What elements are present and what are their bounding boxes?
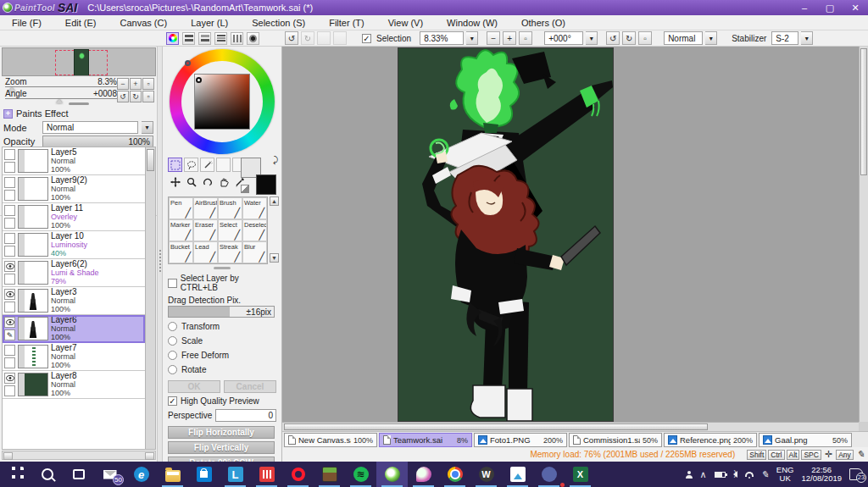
action-center-icon[interactable]: 23 xyxy=(849,468,863,480)
hand-tool[interactable] xyxy=(216,174,231,189)
layer-row[interactable]: ✎ Layer6(2) Lumi & Shade 79% xyxy=(3,259,145,287)
taskbar-app-icon[interactable] xyxy=(282,462,314,487)
rotate-cw-button[interactable]: ↻ xyxy=(622,31,636,45)
brush-slot[interactable]: Bucket ╱ xyxy=(169,241,193,263)
blend-mode-dropdown-icon[interactable]: ▾ xyxy=(705,31,717,45)
layer-row[interactable]: ✎ Layer9(2) Normal 100% xyxy=(3,175,145,203)
battery-icon[interactable] xyxy=(715,472,726,478)
wifi-icon[interactable] xyxy=(745,472,754,477)
drag-detection-slider[interactable]: ±16pix xyxy=(168,306,275,318)
lasso-tool[interactable] xyxy=(184,158,198,172)
ok-button[interactable]: OK xyxy=(168,380,220,393)
cancel-button[interactable]: Cancel xyxy=(224,380,276,393)
taskbar-app-icon[interactable] xyxy=(157,462,188,487)
document-tab[interactable]: Teamwork.sai 8% xyxy=(379,433,472,447)
brush-slot[interactable]: AirBrush ╱ xyxy=(193,197,218,219)
taskbar-app-icon[interactable] xyxy=(0,462,31,487)
brush-slot[interactable]: Deselect ╱ xyxy=(242,219,267,241)
maximize-button[interactable]: ▢ xyxy=(817,0,843,15)
layer-list-scrollbar[interactable] xyxy=(145,147,155,449)
language-indicator[interactable]: ENG UK xyxy=(776,466,794,483)
panel-layout-toggle-1[interactable] xyxy=(182,32,195,45)
transform-action-button[interactable]: Flip Vertically xyxy=(168,441,275,454)
layer-paint-checkbox[interactable]: ✎ xyxy=(4,274,15,285)
select-layer-checkbox[interactable] xyxy=(168,279,177,288)
document-tab[interactable]: Commission1.sai 50% xyxy=(569,433,662,447)
brush-slot[interactable]: Select ╱ xyxy=(218,219,242,241)
stabilizer-select[interactable]: S-2 xyxy=(771,31,798,45)
layer-paint-checkbox[interactable]: ✎ xyxy=(4,246,15,257)
pen-settings-icon[interactable]: ✎ xyxy=(761,469,769,480)
layer-row[interactable]: ✎ Layer 11 Overley 100% xyxy=(3,203,145,231)
clock[interactable]: 22:56 12/08/2019 xyxy=(801,466,842,483)
nav-zoom-out-button[interactable]: − xyxy=(117,78,129,90)
brush-slot[interactable]: Eraser ╱ xyxy=(193,219,218,241)
layer-paint-checkbox[interactable]: ✎ xyxy=(4,329,15,340)
sv-selector-dot[interactable] xyxy=(196,77,202,83)
blend-mode-select[interactable]: Normal xyxy=(664,31,703,45)
zoom-reset-button[interactable]: ▫ xyxy=(519,31,532,45)
layer-visibility-checkbox[interactable] xyxy=(4,289,15,300)
navigator-preview[interactable] xyxy=(2,47,156,76)
brush-scroll-down-button[interactable]: ▼ xyxy=(270,253,279,263)
rotate-canvas-tool[interactable] xyxy=(200,174,214,189)
taskbar-app-icon[interactable] xyxy=(345,462,376,487)
zoom-in-button[interactable]: + xyxy=(503,31,516,45)
move-tool[interactable] xyxy=(168,174,182,189)
layer-mode-dropdown-icon[interactable]: ▾ xyxy=(142,121,153,134)
layer-visibility-checkbox[interactable] xyxy=(4,177,15,188)
scrollbar-thumb[interactable] xyxy=(860,48,867,175)
layer-paint-checkbox[interactable]: ✎ xyxy=(4,162,15,173)
brush-panel-handle[interactable] xyxy=(214,267,231,269)
scrollbar-thumb[interactable] xyxy=(147,149,154,171)
menu-item[interactable]: Edit (E) xyxy=(53,15,108,30)
nav-zoom-reset-button[interactable]: ▫ xyxy=(142,78,154,90)
document-tab[interactable]: New Canvas.sai 100% xyxy=(284,433,377,447)
taskbar-app-icon[interactable] xyxy=(314,462,345,487)
taskbar-app-icon[interactable] xyxy=(376,462,408,487)
zoom-tool[interactable] xyxy=(184,174,198,189)
opacity-slider[interactable]: 100% xyxy=(42,136,153,147)
color-wheel-toggle[interactable] xyxy=(166,32,179,45)
menu-item[interactable]: Filter (T) xyxy=(317,15,376,30)
radio-button[interactable] xyxy=(168,336,177,346)
show-hidden-icons-chevron[interactable]: ∧ xyxy=(700,469,707,480)
zoom-dropdown-icon[interactable]: ▾ xyxy=(466,31,478,45)
hq-preview-checkbox[interactable]: ✓ xyxy=(168,396,177,406)
layer-paint-checkbox[interactable]: ✎ xyxy=(4,302,15,313)
nav-zoom-in-button[interactable]: + xyxy=(130,78,142,90)
radio-button[interactable] xyxy=(168,351,177,360)
brush-scroll-up-button[interactable]: ▲ xyxy=(270,196,279,206)
taskbar-app-icon[interactable] xyxy=(251,462,282,487)
left-panel-hscrollbar[interactable] xyxy=(2,451,156,460)
taskbar-app-icon[interactable]: X xyxy=(565,462,596,487)
canvas-vertical-scrollbar[interactable] xyxy=(859,47,868,422)
brush-slot[interactable]: Marker ╱ xyxy=(169,219,193,241)
navigator-collapse-handle[interactable] xyxy=(69,102,89,105)
panel-layout-toggle-2[interactable] xyxy=(198,32,211,45)
taskbar-app-icon[interactable]: W xyxy=(470,462,502,487)
brush-slot[interactable]: Pen ╱ xyxy=(169,197,193,219)
menu-item[interactable]: Canvas (C) xyxy=(108,15,180,30)
layer-mode-select[interactable]: Normal xyxy=(42,121,138,134)
brush-slot[interactable]: Blur ╱ xyxy=(242,241,267,263)
nav-rotate-ccw-button[interactable]: ↺ xyxy=(117,91,129,102)
scrollbar-thumb[interactable] xyxy=(284,423,708,430)
layer-paint-checkbox[interactable]: ✎ xyxy=(4,385,15,396)
angle-field[interactable]: +000° xyxy=(544,31,583,45)
rect-select-tool[interactable] xyxy=(168,158,182,172)
saturation-value-square[interactable] xyxy=(194,74,250,130)
people-icon[interactable] xyxy=(686,471,693,478)
angle-reset-button[interactable]: ▫ xyxy=(638,31,652,45)
taskbar-app-icon[interactable] xyxy=(533,462,565,487)
transparent-color-icon[interactable] xyxy=(241,185,249,193)
layer-visibility-checkbox[interactable] xyxy=(4,261,15,272)
volume-icon[interactable] xyxy=(733,471,737,478)
expand-icon[interactable]: + xyxy=(3,109,13,119)
layer-visibility-checkbox[interactable] xyxy=(4,149,15,160)
zoom-percentage-field[interactable]: 8.33% xyxy=(420,31,464,45)
brush-slot[interactable]: Lead ╱ xyxy=(193,241,218,263)
hue-selector-dot[interactable] xyxy=(185,60,191,66)
panel-layout-toggle-3[interactable] xyxy=(214,32,227,45)
navigator-zoom-slider[interactable]: Zoom 8.3% xyxy=(2,76,119,88)
